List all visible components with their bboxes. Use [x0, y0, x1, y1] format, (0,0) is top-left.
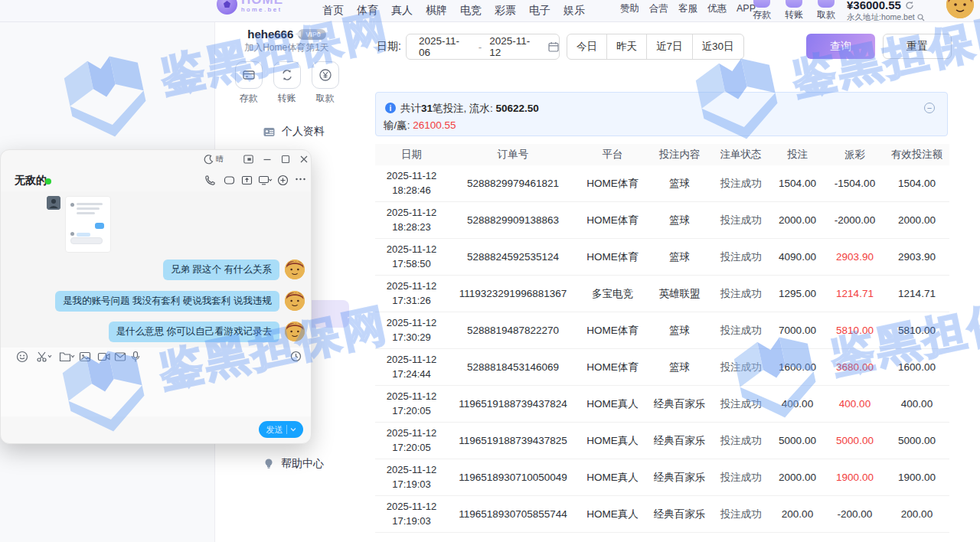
screen-share-icon[interactable]	[241, 175, 253, 186]
add-icon[interactable]	[277, 175, 289, 186]
column-header: 平台	[578, 148, 647, 162]
collapse-icon[interactable]: −	[924, 103, 935, 113]
pip-icon[interactable]	[243, 155, 253, 164]
sidebar-withdraw-button[interactable]: 取款	[310, 61, 341, 105]
table-row: 2025-11-1217:20:05 1196519188739437825 H…	[375, 423, 949, 459]
nav-item-sports[interactable]: 体育	[357, 4, 378, 18]
send-button[interactable]: 发送	[259, 421, 303, 438]
summary-line2: 输/赢: 26100.55	[384, 119, 456, 132]
column-header: 派彩	[825, 148, 884, 162]
range-7days[interactable]: 近7日	[647, 34, 693, 59]
profile-label: 个人资料	[282, 125, 325, 139]
chat-screenshot-thumbnail[interactable]	[65, 196, 111, 253]
file-icon[interactable]	[59, 351, 76, 363]
contact-avatar	[47, 196, 60, 210]
remote-desktop-icon[interactable]	[258, 175, 273, 186]
nav-item-esports[interactable]: 电竞	[460, 4, 482, 18]
voice-call-icon[interactable]	[204, 175, 216, 186]
chat-window: 晴 无敌的	[0, 149, 312, 444]
range-30days[interactable]: 近30日	[693, 34, 743, 59]
message-box-icon[interactable]	[114, 351, 126, 363]
wallet-quick-actions: 存款 转账 取款	[746, 0, 842, 21]
withdraw-button[interactable]: 取款	[810, 0, 842, 21]
column-header: 日期	[375, 148, 448, 162]
date-filter-label: 日期:	[377, 40, 401, 54]
message-bubble: 是什么意思 你可以自己看游戏记录去	[109, 322, 279, 342]
chat-toolbar	[1, 348, 311, 366]
nav-item-slots[interactable]: 电子	[529, 4, 550, 18]
help-label: 帮助中心	[281, 457, 324, 471]
more-icon[interactable]	[295, 177, 306, 181]
username: hehe666	[247, 28, 293, 41]
calendar-icon[interactable]	[548, 41, 559, 52]
link-promo[interactable]: 优惠	[707, 2, 727, 15]
send-divider	[286, 425, 287, 434]
nav-item-home[interactable]: 首页	[322, 4, 344, 18]
sidebar-transfer-button[interactable]: 转账	[272, 61, 302, 105]
screenshot-scissors-icon[interactable]	[36, 351, 53, 363]
emoji-icon[interactable]	[16, 351, 28, 363]
summary-line1: 共计31笔投注, 流水: 50622.50	[400, 102, 539, 116]
link-sponsor[interactable]: 赞助	[620, 2, 639, 15]
date-end-input[interactable]: 2025-11-12	[489, 35, 539, 58]
video-chat-icon[interactable]	[224, 175, 235, 186]
range-today[interactable]: 今日	[567, 34, 607, 59]
image-icon[interactable]	[79, 351, 91, 363]
nav-item-lottery[interactable]: 彩票	[495, 4, 516, 18]
my-avatar	[285, 291, 305, 311]
top-navbar: HOME home.bet 首页 体育 真人 棋牌 电竞 彩票 电子 娱乐 赞助…	[0, 0, 980, 22]
message-bubble: 兄弟 跟这个 有什么关系	[163, 260, 279, 280]
id-card-icon	[263, 126, 276, 139]
sidebar-item-profile[interactable]: 个人资料	[263, 125, 325, 139]
deposit-button[interactable]: 存款	[746, 0, 778, 21]
minimize-icon[interactable]	[263, 155, 272, 164]
link-service[interactable]: 客服	[678, 2, 697, 15]
query-button[interactable]: 查询	[806, 34, 875, 59]
magnifier-icon[interactable]	[917, 14, 925, 21]
main-nav: 首页 体育 真人 棋牌 电竞 彩票 电子 娱乐	[322, 0, 585, 21]
sent-message: 是我的账号问题 我没有套利 硬说我套利 说我违规	[55, 291, 305, 312]
date-start-input[interactable]: 2025-11-06	[419, 35, 469, 58]
chat-message-area[interactable]: 兄弟 跟这个 有什么关系 是我的账号问题 我没有套利 硬说我套利 说我违规 是什…	[1, 191, 311, 348]
reset-button[interactable]: 重置	[883, 34, 952, 59]
table-row: 2025-11-1218:28:46 5288829979461821 HOME…	[375, 165, 949, 202]
table-row: 2025-11-1217:30:29 5288819487822270 HOME…	[375, 312, 949, 349]
user-avatar[interactable]	[946, 0, 974, 18]
nav-item-live[interactable]: 真人	[391, 4, 413, 18]
logo-title: HOME	[241, 0, 283, 6]
win-loss-value: 26100.55	[413, 119, 456, 131]
withdraw-label: 取款	[817, 8, 835, 21]
transfer-button[interactable]: 转账	[778, 0, 810, 21]
voice-message-icon[interactable]	[131, 351, 140, 363]
chat-titlebar[interactable]: 晴	[1, 150, 311, 170]
send-options-chevron-icon[interactable]	[290, 427, 296, 432]
range-yesterday[interactable]: 昨天	[607, 34, 647, 59]
sidebar-deposit-button[interactable]: 存款	[234, 61, 264, 105]
chat-history-icon[interactable]	[290, 351, 302, 362]
online-status-dot	[45, 178, 51, 184]
close-icon[interactable]	[299, 155, 309, 164]
nav-item-cards[interactable]: 棋牌	[426, 4, 447, 18]
shield-logo-icon	[54, 46, 159, 147]
deposit-label: 存款	[753, 8, 771, 21]
date-range-picker[interactable]: 2025-11-06 - 2025-11-12	[406, 34, 560, 60]
column-header: 投注	[769, 148, 825, 162]
column-header: 投注内容	[647, 148, 712, 162]
bet-count: 31	[421, 103, 433, 114]
link-partner[interactable]: 合营	[649, 2, 668, 15]
chat-input-area[interactable]	[1, 366, 311, 416]
received-image-message[interactable]	[47, 196, 111, 253]
maximize-icon[interactable]	[281, 155, 290, 164]
nav-item-entertainment[interactable]: 娱乐	[564, 4, 585, 18]
quick-range-group: 今日 昨天 近7日 近30日	[567, 34, 744, 60]
sidebar-item-help[interactable]: 帮助中心	[263, 457, 324, 471]
permanent-address: 永久地址:home.bet	[847, 12, 915, 23]
refresh-balance-icon[interactable]	[905, 1, 914, 10]
transfer-label: 转账	[278, 92, 296, 105]
bet-records-table: 日期 订单号 平台 投注内容 注单状态 投注 派彩 有效投注额 2025-11-…	[375, 144, 949, 533]
video-icon[interactable]	[97, 351, 111, 363]
table-row: 2025-11-1217:24:44 5288818453146069 HOME…	[375, 349, 949, 386]
site-logo[interactable]: HOME home.bet	[217, 0, 283, 15]
column-header: 有效投注额	[884, 148, 949, 162]
withdraw-icon	[818, 0, 835, 8]
